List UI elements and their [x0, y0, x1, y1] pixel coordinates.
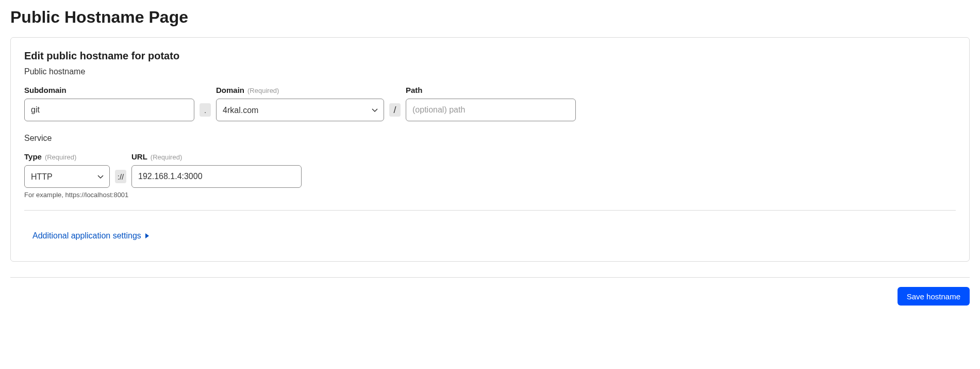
path-label: Path	[406, 86, 576, 94]
subdomain-group: Subdomain	[24, 86, 194, 121]
additional-settings-label: Additional application settings	[32, 231, 141, 240]
domain-select-wrap: 4rkal.com	[216, 99, 384, 121]
service-helper-text: For example, https://localhost:8001	[24, 191, 956, 199]
type-select[interactable]: HTTP	[24, 165, 110, 188]
type-label-text: Type	[24, 152, 42, 161]
domain-label-text: Domain	[216, 86, 244, 94]
section-hostname-label: Public hostname	[24, 67, 956, 76]
subdomain-input[interactable]	[24, 99, 194, 121]
type-group: Type (Required) HTTP	[24, 152, 110, 188]
domain-select[interactable]: 4rkal.com	[216, 99, 384, 121]
slash-separator: /	[389, 103, 401, 117]
type-required-hint: (Required)	[45, 153, 76, 161]
card-title: Edit public hostname for potato	[24, 50, 956, 62]
divider	[24, 210, 956, 211]
section-service-label: Service	[24, 134, 956, 143]
scheme-separator: ://	[115, 170, 126, 183]
url-label: URL (Required)	[131, 152, 302, 161]
domain-required-hint: (Required)	[247, 87, 279, 94]
save-hostname-button[interactable]: Save hostname	[898, 287, 970, 306]
footer-bar: Save hostname	[10, 277, 970, 306]
domain-group: Domain (Required) 4rkal.com	[216, 86, 384, 121]
additional-settings-toggle[interactable]: Additional application settings	[32, 231, 149, 240]
url-label-text: URL	[131, 152, 147, 161]
url-input[interactable]	[131, 165, 302, 188]
chevron-right-icon	[145, 233, 149, 238]
hostname-card: Edit public hostname for potato Public h…	[10, 37, 970, 262]
domain-label: Domain (Required)	[216, 86, 384, 94]
dot-separator: .	[200, 103, 211, 117]
type-select-wrap: HTTP	[24, 165, 110, 188]
path-group: Path	[406, 86, 576, 121]
type-label: Type (Required)	[24, 152, 110, 161]
subdomain-label-text: Subdomain	[24, 86, 67, 94]
subdomain-label: Subdomain	[24, 86, 194, 94]
hostname-row: Subdomain . Domain (Required) 4rkal.com …	[24, 86, 956, 121]
service-row: Type (Required) HTTP :// URL (Required)	[24, 152, 956, 188]
path-label-text: Path	[406, 86, 423, 94]
url-group: URL (Required)	[131, 152, 302, 188]
page-title: Public Hostname Page	[10, 8, 970, 27]
url-required-hint: (Required)	[151, 153, 182, 161]
path-input[interactable]	[406, 99, 576, 121]
